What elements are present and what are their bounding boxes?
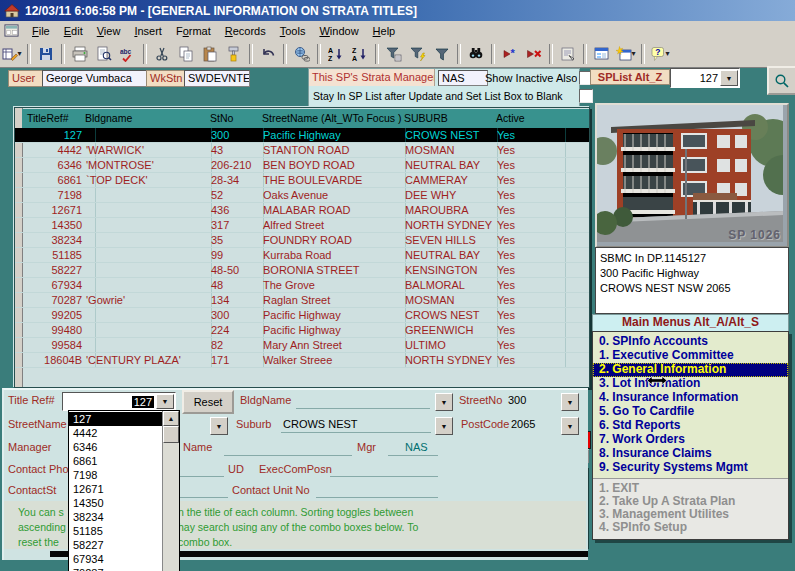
main-menu-item-2[interactable]: 2. General Information [593, 363, 788, 377]
bldgname-dropdown-icon[interactable]: ▼ [435, 393, 453, 411]
postcode-dropdown-icon[interactable]: ▼ [561, 417, 579, 435]
sp-manager-field[interactable]: NAS [438, 70, 488, 86]
main-menu-item-5[interactable]: 5. Go To Cardfile [593, 405, 788, 419]
main-menu-item-9[interactable]: 9. Security Systems Mgmt [593, 461, 788, 475]
table-row[interactable]: 99480224Pacific HighwayGREENWICHYes [15, 323, 589, 338]
menu-help[interactable]: Help [366, 23, 403, 39]
column-header-0[interactable]: TitleRef# [24, 112, 85, 126]
wkstn-field[interactable]: SWDEVNTE [184, 70, 250, 87]
main-menu-item-4[interactable]: 4. Insurance Information [593, 391, 788, 405]
main-menu-item-6[interactable]: 6. Std Reports [593, 419, 788, 433]
menu-format[interactable]: Format [169, 23, 218, 39]
print-button[interactable] [69, 43, 91, 64]
dropdown-item-3[interactable]: 6861 [69, 454, 163, 468]
help-button[interactable]: ?▾ [649, 43, 671, 64]
menu-edit[interactable]: Edit [57, 23, 90, 39]
suburb-dropdown-icon[interactable]: ▼ [435, 417, 453, 435]
contactst-field-line[interactable] [180, 497, 228, 498]
dropdown-item-2[interactable]: 6346 [69, 440, 163, 454]
find-button[interactable] [465, 43, 487, 64]
print-preview-button[interactable] [93, 43, 115, 64]
table-row[interactable]: 14350317Alfred StreetNORTH SYDNEYYes [15, 218, 589, 233]
title-ref-dropdown-icon[interactable]: ▼ [156, 394, 174, 409]
main-menu-item-8[interactable]: 8. Insurance Claims [593, 447, 788, 461]
menu-insert[interactable]: Insert [127, 23, 169, 39]
dropdown-item-8[interactable]: 51185 [69, 524, 163, 538]
delete-record-button[interactable] [523, 43, 545, 64]
insert-hyperlink-button[interactable] [291, 43, 313, 64]
cut-button[interactable] [151, 43, 173, 64]
dropdown-item-1[interactable]: 4442 [69, 426, 163, 440]
title-ref-combo[interactable]: 127 ▼ [62, 392, 176, 411]
reset-button[interactable]: Reset [182, 390, 234, 414]
table-row[interactable]: 9958482Mary Ann StreetULTIMOYes [15, 338, 589, 353]
design-view-dropdown-icon[interactable]: ▾ [17, 49, 21, 58]
streetname-dropdown-icon[interactable]: ▼ [210, 417, 228, 435]
new-object-button[interactable]: ▾ [615, 43, 637, 64]
dropdown-item-11[interactable]: 70287 [69, 566, 163, 571]
dropdown-item-5[interactable]: 12671 [69, 482, 163, 496]
table-row[interactable]: 5822748-50BORONIA STREETKENSINGTONYes [15, 263, 589, 278]
column-header-4[interactable]: SUBURB [401, 112, 496, 126]
column-header-3[interactable]: StreetName (Alt_WTo Focus ) [259, 112, 404, 126]
column-header-1[interactable]: Bldgname [82, 112, 210, 126]
new-object-dropdown-icon[interactable]: ▾ [631, 49, 635, 58]
table-row[interactable]: 12671436MALABAR ROADMAROUBRAYes [15, 203, 589, 218]
dropdown-item-7[interactable]: 38234 [69, 510, 163, 524]
paste-button[interactable] [199, 43, 221, 64]
execcomposn-field-line[interactable] [330, 476, 438, 477]
menu-window[interactable]: Window [312, 23, 365, 39]
apply-filter-button[interactable] [431, 43, 453, 64]
suburb-value[interactable]: CROWS NEST [283, 418, 358, 430]
table-row[interactable]: 70287'Gowrie'134Raglan StreetMOSMANYes [15, 293, 589, 308]
stay-in-list-checkbox[interactable] [579, 89, 593, 103]
spelling-button[interactable]: abc [117, 43, 139, 64]
mgr-value[interactable]: NAS [405, 441, 428, 453]
undo-button[interactable] [257, 43, 279, 64]
splist-dropdown-icon[interactable]: ▼ [720, 70, 738, 86]
filter-by-form-button[interactable] [383, 43, 405, 64]
database-window-button[interactable] [591, 43, 613, 64]
main-menu-item-7[interactable]: 7. Work Orders [593, 433, 788, 447]
table-row[interactable]: 6346'MONTROSE'206-210BEN BOYD ROADNEUTRA… [15, 158, 589, 173]
menu-file[interactable]: File [25, 23, 57, 39]
title-ref-dropdown-list[interactable]: 1274442634668617198126711435038234511855… [68, 410, 180, 571]
table-row[interactable]: 6861`TOP DECK'28-34THE BOULEVARDECAMMERA… [15, 173, 589, 188]
dropdown-item-9[interactable]: 58227 [69, 538, 163, 552]
dropdown-item-0[interactable]: 127 [69, 412, 163, 426]
main-menu-item-1[interactable]: 1. Executive Committee [593, 349, 788, 363]
table-row[interactable]: 4442'WARWICK'43STANTON ROADMOSMANYes [15, 143, 589, 158]
streetno-value[interactable]: 300 [508, 394, 526, 406]
splist-combo[interactable]: 127 ▼ [670, 68, 740, 88]
contact-name-field-line[interactable] [224, 455, 352, 456]
table-row[interactable]: 18604B'CENTURY PLAZA'171Walker StreeeNOR… [15, 353, 589, 368]
help-dropdown-icon[interactable]: ▾ [665, 49, 669, 58]
properties-button[interactable] [557, 43, 579, 64]
main-menu-item-3[interactable]: 3. Lot Information [593, 377, 788, 391]
postcode-value[interactable]: 2065 [511, 418, 535, 430]
main-menu-item-0[interactable]: 0. SPInfo Accounts [593, 335, 788, 349]
table-row[interactable]: 6793448The GroveBALMORALYes [15, 278, 589, 293]
streetno-dropdown-icon[interactable]: ▼ [561, 393, 579, 411]
copy-button[interactable] [175, 43, 197, 64]
table-row[interactable]: 3823435FOUNDRY ROADSEVEN HILLSYes [15, 233, 589, 248]
menu-records[interactable]: Records [218, 23, 273, 39]
dropdown-scrollbar[interactable]: ▲ [162, 411, 179, 571]
menu-view[interactable]: View [90, 23, 128, 39]
column-header-5[interactable]: Active [493, 112, 564, 126]
contact-unit-field-line[interactable] [316, 497, 438, 498]
format-painter-button[interactable] [223, 43, 245, 64]
main-menu-gray-item-3[interactable]: 4. SPInfo Setup [593, 521, 788, 534]
dropdown-item-6[interactable]: 14350 [69, 496, 163, 510]
table-row[interactable]: 719852Oaks AvenueDEE WHYYes [15, 188, 589, 203]
sort-ascending-button[interactable]: AZ [325, 43, 347, 64]
scroll-up-icon[interactable]: ▲ [163, 411, 179, 426]
new-record-button[interactable]: * [499, 43, 521, 64]
table-row[interactable]: 99205300Pacific HighwayCROWS NESTYes [15, 308, 589, 323]
contact-phone-field-line[interactable] [180, 476, 224, 477]
filter-by-selection-button[interactable] [407, 43, 429, 64]
menu-tools[interactable]: Tools [273, 23, 313, 39]
save-button[interactable] [35, 43, 57, 64]
user-field[interactable]: George Vumbaca [42, 70, 148, 87]
column-header-2[interactable]: StNo [207, 112, 262, 126]
